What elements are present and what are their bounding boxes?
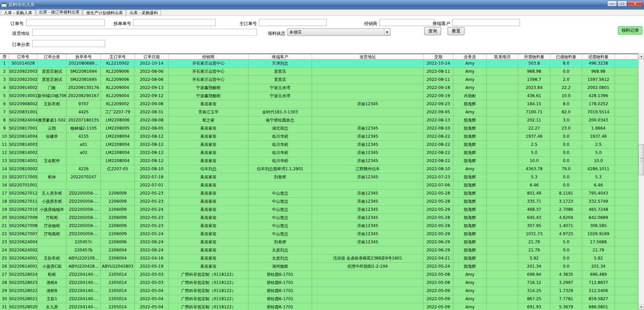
- cell[interactable]: [487, 76, 518, 84]
- cell[interactable]: 美居家居: [169, 157, 248, 165]
- cell[interactable]: [487, 254, 518, 262]
- cell[interactable]: S0220627008: [9, 222, 38, 230]
- cell[interactable]: 美居家居: [169, 263, 248, 270]
- cell[interactable]: 184.15: [518, 100, 550, 108]
- cell[interactable]: 2022-08-06: [135, 68, 169, 75]
- table-row[interactable]: 31S0220528020女儿房ZD2204140-...22050142022…: [0, 303, 638, 310]
- cell[interactable]: [312, 108, 424, 116]
- cell[interactable]: 亿2207-05: [101, 165, 135, 173]
- cell[interactable]: 2022-05-04: [135, 303, 169, 310]
- cell[interactable]: 济南12345: [312, 125, 424, 132]
- table-row[interactable]: 30S0220528021主卧1ZD2204140-...22050142022…: [0, 295, 638, 303]
- cell[interactable]: 鞋柜: [38, 271, 67, 279]
- cell[interactable]: 4425: [67, 108, 101, 116]
- cell[interactable]: 2022-08-13: [424, 116, 453, 124]
- cell[interactable]: S0220817001: [9, 125, 38, 132]
- cell[interactable]: [615, 125, 638, 132]
- cell[interactable]: 202.11: [518, 116, 550, 124]
- table-row[interactable]: 11S0220814003a01LM22080042022-08-12美居家居临…: [0, 141, 638, 149]
- cell[interactable]: 2022-06-24: [135, 238, 169, 246]
- cell[interactable]: S0220824004: [9, 116, 38, 124]
- cell[interactable]: 867.25: [518, 295, 550, 303]
- table-row[interactable]: 10S0220814004自建单4155LM22080042022-08-12美…: [0, 133, 638, 141]
- cell[interactable]: S0220614001: [9, 263, 38, 270]
- cell[interactable]: 美居家居: [169, 125, 248, 132]
- cell[interactable]: 美居家居: [169, 254, 248, 262]
- cell[interactable]: [615, 190, 638, 197]
- cell[interactable]: 13: [0, 157, 9, 165]
- cell[interactable]: 7019.5514: [582, 108, 615, 116]
- cell[interactable]: ZD2204140-...: [67, 271, 101, 279]
- cell[interactable]: 厅杂物柜: [38, 222, 67, 230]
- cell[interactable]: [487, 92, 518, 100]
- cell[interactable]: 2022-08-12: [135, 141, 169, 149]
- cell[interactable]: [312, 279, 424, 287]
- cell[interactable]: [101, 181, 135, 189]
- cell[interactable]: ZD2205056-...: [67, 206, 101, 214]
- cell[interactable]: 0.0: [550, 246, 582, 254]
- cell[interactable]: 2.7086: [550, 206, 582, 214]
- cell[interactable]: 柜之家: [169, 116, 248, 124]
- cell[interactable]: 2022-08-10: [424, 165, 453, 173]
- cell[interactable]: 直营店: [248, 76, 312, 84]
- cell[interactable]: [487, 206, 518, 214]
- cell[interactable]: 220457c: [67, 238, 101, 246]
- cell[interactable]: 广西科菲笛定制（0118122）: [169, 295, 248, 303]
- cell[interactable]: 22: [0, 230, 9, 238]
- cell[interactable]: ABYU220109...: [67, 254, 101, 262]
- cell[interactable]: 济南12345: [312, 230, 424, 238]
- table-row[interactable]: 23S0220624004220457c22060062022-06-24美居家…: [0, 238, 638, 246]
- cell[interactable]: 陈海辉: [453, 125, 487, 132]
- cell[interactable]: 8.0: [550, 60, 582, 67]
- cell[interactable]: 10: [0, 133, 9, 140]
- cell[interactable]: [615, 76, 638, 84]
- cell[interactable]: S0220627009: [9, 214, 38, 222]
- cell[interactable]: [487, 133, 518, 140]
- cell[interactable]: 312.5406: [582, 287, 615, 295]
- cell[interactable]: 8.1191: [550, 190, 582, 197]
- cell[interactable]: ZD2204140-...: [67, 279, 101, 287]
- cell[interactable]: [38, 165, 67, 173]
- cell[interactable]: 2022-08-31: [135, 108, 169, 116]
- cell[interactable]: 工厂2207-79: [101, 108, 135, 116]
- cell[interactable]: 直营店测试: [38, 68, 67, 75]
- vertical-scrollbar[interactable]: ▲ ▼: [638, 53, 644, 310]
- cell[interactable]: 5.3679: [550, 303, 582, 310]
- cell[interactable]: 2022-05-29: [424, 230, 453, 238]
- cell[interactable]: 8: [0, 116, 9, 124]
- cell[interactable]: 0.0: [550, 141, 582, 149]
- cell[interactable]: S0220624004: [9, 238, 38, 246]
- cell[interactable]: 沈诗蓓 金鼎路香樟苑2388弄9号1601: [312, 254, 424, 262]
- cell[interactable]: 广西科菲笛定制（0118122）: [169, 303, 248, 310]
- scrollbar-thumb[interactable]: [639, 144, 644, 175]
- cell[interactable]: 美居家居: [169, 149, 248, 157]
- cell[interactable]: [312, 246, 424, 254]
- cell[interactable]: SM22081695: [67, 76, 101, 84]
- cell[interactable]: 16: [0, 181, 9, 189]
- cell[interactable]: 陈海辉: [453, 181, 487, 189]
- column-header-0[interactable]: 序: [0, 54, 9, 59]
- cell[interactable]: [487, 246, 518, 254]
- cell[interactable]: 220457b: [67, 246, 101, 254]
- cell[interactable]: 1.6664: [582, 125, 615, 132]
- cell[interactable]: 临川华府: [248, 149, 312, 157]
- cell[interactable]: 5.3: [518, 173, 550, 181]
- cell[interactable]: [38, 60, 67, 67]
- table-row[interactable]: 16S02207010012022-07-01美居家居2022-07-06陈海辉…: [0, 181, 638, 190]
- tab-outbound-purchase-return[interactable]: 出库－采购退料: [126, 10, 161, 16]
- cell[interactable]: Amy: [453, 303, 487, 310]
- table-row[interactable]: 4S0220914002门板202209130176KL22090042022-…: [0, 84, 638, 92]
- cell[interactable]: [615, 303, 638, 310]
- cell[interactable]: 2022-08-22: [424, 149, 453, 157]
- cell[interactable]: 6.46: [582, 181, 615, 189]
- cell[interactable]: [67, 181, 101, 189]
- cell[interactable]: 美居家居: [169, 206, 248, 214]
- cell[interactable]: 云熙: [38, 125, 67, 132]
- cell[interactable]: 2022-04-16: [135, 254, 169, 262]
- cell[interactable]: [487, 198, 518, 205]
- cell[interactable]: 厅鞋柜: [38, 214, 67, 222]
- cell[interactable]: S0220627011: [9, 198, 38, 205]
- cell[interactable]: 968.98: [582, 68, 615, 75]
- table-row[interactable]: 5S0220914001新华城10栋706202208290167KL22090…: [0, 92, 638, 100]
- cell[interactable]: 2022-05-28: [424, 222, 453, 230]
